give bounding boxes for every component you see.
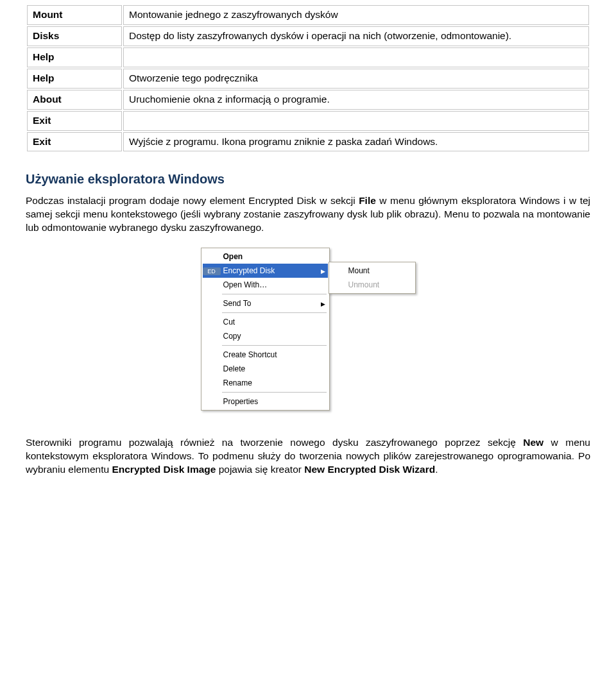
paragraph-1: Podczas instalacji program dodaje nowy e… [26,194,590,235]
table-row: Disks Dostęp do listy zaszyfrowanych dys… [27,26,589,46]
section-heading: Używanie eksploratora Windows [26,171,590,188]
text: . [435,464,438,475]
menu-separator [222,312,327,313]
menu-item-delete[interactable]: Delete [203,362,328,376]
menu-item-copy[interactable]: Copy [203,329,328,343]
table-row: Help [27,47,589,67]
bold-text: New Encrypted Disk Wizard [304,464,435,475]
submenu-encrypted-disk: Mount Unmount [329,262,416,294]
menu-label: Open [221,251,315,262]
term-cell: Disks [27,26,122,46]
text: Sterowniki programu pozwalają również na… [26,437,523,448]
chevron-right-icon: ▶ [321,268,325,275]
menu-separator [222,392,327,393]
menu-label: Unmount [348,280,380,290]
context-menu-screenshot: Open ED Encrypted Disk ▶ Open With… Send… [26,248,590,411]
menu-item-open-with[interactable]: Open With… [203,278,328,292]
menu-item-properties[interactable]: Properties [203,395,328,409]
desc-cell: Wyjście z programu. Ikona programu znikn… [123,132,589,152]
term-cell: Help [27,47,122,67]
menu-item-cut[interactable]: Cut [203,315,328,329]
desc-cell: Uruchomienie okna z informacją o program… [123,90,589,110]
menu-separator [222,345,327,346]
desc-cell [123,111,589,131]
ed-icon: ED [203,267,221,275]
menu-label: Copy [221,331,315,341]
term-cell: Help [27,69,122,89]
context-menu: Open ED Encrypted Disk ▶ Open With… Send… [201,248,330,411]
desc-cell: Montowanie jednego z zaszyfrowanych dysk… [123,5,589,25]
table-row: Mount Montowanie jednego z zaszyfrowanyc… [27,5,589,25]
menu-item-create-shortcut[interactable]: Create Shortcut [203,348,328,362]
table-row: About Uruchomienie okna z informacją o p… [27,90,589,110]
bold-text: New [523,437,543,448]
menu-item-open[interactable]: Open [203,250,328,264]
term-cell: Exit [27,111,122,131]
bold-text: Encrypted Disk Image [112,464,216,475]
table-row: Help Otworzenie tego podręcznika [27,69,589,89]
menu-separator [222,294,327,294]
paragraph-2: Sterowniki programu pozwalają również na… [26,436,590,477]
menu-label: Rename [221,378,315,388]
menu-label: Send To [221,298,315,309]
term-cell: About [27,90,122,110]
menu-item-encrypted-disk[interactable]: ED Encrypted Disk ▶ [203,264,328,278]
submenu-item-mount[interactable]: Mount [330,264,414,278]
definitions-table: Mount Montowanie jednego z zaszyfrowanyc… [26,4,590,153]
menu-item-send-to[interactable]: Send To ▶ [203,296,328,310]
text: pojawia się kreator [216,464,304,475]
submenu-item-unmount: Unmount [330,278,414,292]
desc-cell: Otworzenie tego podręcznika [123,69,589,89]
menu-label: Mount [348,266,370,276]
menu-label: Open With… [221,280,315,290]
table-row: Exit [27,111,589,131]
text: Podczas instalacji program dodaje nowy e… [26,195,359,206]
menu-label: Properties [221,396,315,407]
menu-label: Cut [221,317,315,327]
table-row: Exit Wyjście z programu. Ikona programu … [27,132,589,152]
menu-label: Encrypted Disk [221,266,315,276]
menu-label: Delete [221,364,315,374]
menu-label: Create Shortcut [221,350,315,360]
term-cell: Exit [27,132,122,152]
menu-item-rename[interactable]: Rename [203,376,328,390]
bold-text: File [359,195,376,206]
term-cell: Mount [27,5,122,25]
desc-cell [123,47,589,67]
desc-cell: Dostęp do listy zaszyfrowanych dysków i … [123,26,589,46]
chevron-right-icon: ▶ [321,301,325,307]
